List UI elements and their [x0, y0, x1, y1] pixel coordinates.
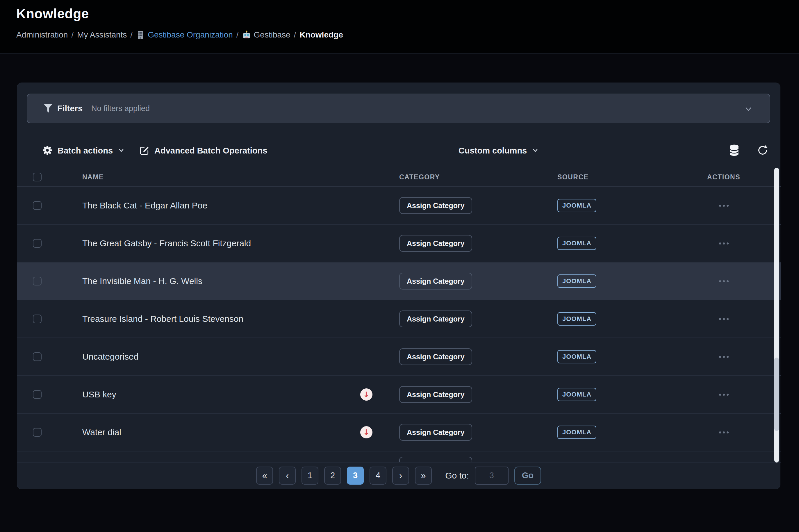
row-name: The Great Gatsby - Francis Scott Fitzger… — [82, 239, 251, 248]
source-badge: JOOMLA — [557, 425, 596, 439]
red-down-arrow-icon: ↓ — [360, 388, 373, 401]
column-header-category: CATEGORY — [399, 173, 557, 181]
go-button[interactable]: Go — [514, 467, 541, 484]
advanced-batch-operations-label: Advanced Batch Operations — [154, 146, 267, 155]
chevron-down-icon[interactable] — [744, 104, 753, 115]
pagination-last-button[interactable]: » — [415, 467, 432, 484]
database-icon — [729, 145, 739, 157]
row-checkbox[interactable] — [33, 201, 42, 210]
row-checkbox[interactable] — [33, 277, 42, 285]
row-actions-menu[interactable] — [715, 429, 733, 436]
row-actions-menu[interactable] — [715, 202, 733, 210]
column-header-name: NAME — [82, 173, 399, 181]
row-checkbox[interactable] — [33, 390, 42, 399]
row-name: USB key — [82, 390, 116, 399]
scrollbar-thumb[interactable] — [774, 358, 779, 431]
column-header-source: SOURCE — [557, 173, 706, 181]
pagination-page-3[interactable]: 3 — [347, 467, 364, 484]
breadcrumb-separator: / — [294, 30, 296, 40]
custom-columns-label: Custom columns — [458, 146, 527, 155]
row-actions-menu[interactable] — [715, 277, 733, 285]
filters-label: Filters — [57, 104, 82, 113]
refresh-icon — [757, 145, 768, 157]
chevron-down-icon — [118, 147, 125, 154]
assign-category-button[interactable]: Assign Category — [399, 457, 472, 462]
row-checkbox[interactable] — [33, 239, 42, 248]
row-actions-menu[interactable] — [715, 391, 733, 399]
knowledge-panel: Filters No filters applied Batc — [17, 82, 780, 489]
pagination: « ‹ 1234 › » Go to: Go — [17, 462, 780, 489]
knowledge-table: NAME CATEGORY SOURCE ACTIONS The Black C… — [17, 168, 781, 462]
row-name: Treasure Island - Robert Louis Stevenson — [82, 314, 243, 324]
assign-category-button[interactable]: Assign Category — [399, 424, 472, 441]
table-row[interactable]: USB key ↓ Assign Category JOOMLA — [17, 376, 781, 414]
red-down-arrow-icon: ↓ — [360, 426, 373, 438]
breadcrumb-separator: / — [130, 30, 133, 40]
breadcrumb: Administration/My Assistants/ Gestibase … — [16, 30, 343, 40]
assign-category-button[interactable]: Assign Category — [399, 310, 472, 327]
assign-category-button[interactable]: Assign Category — [399, 235, 472, 252]
refresh-button[interactable] — [757, 134, 768, 167]
pagination-page-2[interactable]: 2 — [324, 467, 341, 484]
page-title: Knowledge — [16, 6, 89, 21]
building-emoji-icon — [136, 31, 145, 39]
column-header-actions: ACTIONS — [706, 173, 741, 181]
breadcrumb-item-gestibase[interactable]: Gestibase — [242, 30, 290, 40]
assign-category-button[interactable]: Assign Category — [399, 197, 472, 214]
row-name: Uncategorised — [82, 352, 138, 362]
filters-bar[interactable]: Filters No filters applied — [27, 94, 770, 123]
table-row[interactable]: Treasure Island - Robert Louis Stevenson… — [17, 300, 781, 338]
table-row[interactable]: The Invisible Man - H. G. Wells ↓ Assign… — [17, 263, 781, 300]
breadcrumb-item-my-assistants[interactable]: My Assistants — [77, 30, 127, 40]
batch-actions-button[interactable]: Batch actions — [42, 134, 125, 167]
pagination-page-1[interactable]: 1 — [302, 467, 318, 484]
assign-category-button[interactable]: Assign Category — [399, 348, 472, 365]
breadcrumb-item-gestibase-organization[interactable]: Gestibase Organization — [136, 30, 233, 40]
custom-columns-button[interactable]: Custom columns — [458, 134, 538, 167]
row-checkbox[interactable] — [33, 428, 42, 437]
row-name: The Invisible Man - H. G. Wells — [82, 276, 202, 286]
breadcrumb-separator: / — [71, 30, 74, 40]
source-badge: JOOMLA — [557, 199, 596, 212]
table-row[interactable]: ↓ Assign Category — [17, 452, 781, 462]
row-name: The Black Cat - Edgar Allan Poe — [82, 201, 207, 210]
row-actions-menu[interactable] — [715, 315, 733, 323]
assign-category-button[interactable]: Assign Category — [399, 386, 472, 403]
pagination-page-4[interactable]: 4 — [369, 467, 386, 484]
source-badge: JOOMLA — [557, 388, 596, 401]
select-all-checkbox[interactable] — [33, 173, 42, 182]
table-row[interactable]: Uncategorised ↓ Assign Category JOOMLA — [17, 338, 781, 376]
row-checkbox[interactable] — [33, 315, 42, 323]
table-toolbar: Batch actions Advanced Batch Operations … — [17, 134, 780, 167]
gear-icon — [42, 145, 52, 156]
pagination-prev-button[interactable]: ‹ — [279, 467, 296, 484]
row-actions-menu[interactable] — [715, 240, 733, 247]
table-row[interactable]: The Great Gatsby - Francis Scott Fitzger… — [17, 225, 781, 263]
filters-status: No filters applied — [91, 104, 150, 113]
breadcrumb-item-administration[interactable]: Administration — [16, 30, 68, 40]
breadcrumb-separator: / — [236, 30, 239, 40]
robot-emoji-icon — [242, 31, 251, 39]
pagination-next-button[interactable]: › — [392, 467, 409, 484]
edit-square-icon — [139, 145, 149, 156]
chevron-down-icon — [532, 147, 538, 154]
batch-actions-label: Batch actions — [58, 146, 113, 155]
table-row[interactable]: The Black Cat - Edgar Allan Poe ↓ Assign… — [17, 187, 781, 225]
page-header: Knowledge Administration/My Assistants/ … — [0, 0, 799, 54]
source-badge: JOOMLA — [557, 274, 596, 288]
goto-page-input[interactable] — [475, 467, 509, 484]
table-header-row: NAME CATEGORY SOURCE ACTIONS — [17, 168, 781, 187]
vertical-scrollbar[interactable] — [774, 168, 779, 462]
database-button[interactable] — [729, 134, 739, 167]
source-badge: JOOMLA — [557, 312, 596, 326]
table-row[interactable]: Water dial ↓ Assign Category JOOMLA — [17, 414, 781, 452]
funnel-icon — [44, 104, 53, 113]
source-badge: JOOMLA — [557, 236, 596, 250]
row-checkbox[interactable] — [33, 352, 42, 361]
row-name: Water dial — [82, 428, 121, 437]
source-badge: JOOMLA — [557, 350, 596, 363]
row-actions-menu[interactable] — [715, 353, 733, 361]
pagination-first-button[interactable]: « — [256, 467, 273, 484]
advanced-batch-operations-button[interactable]: Advanced Batch Operations — [139, 134, 267, 167]
assign-category-button[interactable]: Assign Category — [399, 273, 472, 289]
